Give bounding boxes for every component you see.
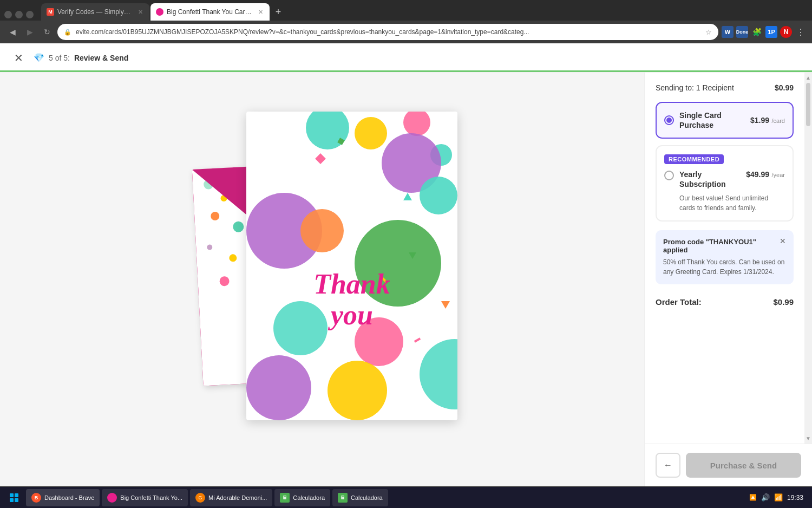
taskbar-evite-label: Big Confetti Thank Yo...	[120, 494, 182, 501]
option-yearly-name: Yearly Subscription	[679, 170, 726, 188]
taskbar-app-calc2[interactable]: 🖩 Calculadora	[332, 489, 388, 506]
taskbar-tray: 🔼 🔊 📶 19:33	[749, 493, 808, 502]
progress-fill	[0, 70, 812, 72]
tray-network: 🔼	[749, 494, 757, 501]
order-total-label: Order Total:	[656, 297, 702, 307]
ext-done[interactable]: Done	[736, 26, 748, 38]
right-panel: Sending to: 1 Recipient $0.99 Single Car…	[644, 73, 812, 486]
right-scrollbar[interactable]: ▲ ▼	[804, 73, 812, 444]
right-panel-scroll[interactable]: Sending to: 1 Recipient $0.99 Single Car…	[645, 73, 804, 444]
promo-description: 50% off Thank You cards. Can be used on …	[663, 257, 786, 277]
calc1-icon: 🖩	[280, 493, 290, 503]
card-text: Thank you	[281, 269, 422, 330]
sending-row: Sending to: 1 Recipient $0.99	[656, 83, 794, 92]
option-single-price: $1.99	[750, 116, 769, 125]
option-single-unit: /card	[772, 118, 785, 124]
address-bar[interactable]: 🔒 evite.com/cards/01B95UJZMNJBGMJISEPOZO…	[57, 24, 718, 40]
window-minimize[interactable]	[4, 11, 12, 18]
window-close[interactable]	[26, 11, 34, 18]
taskbar-calc2-label: Calculadora	[351, 494, 383, 501]
bottom-actions: ← Purchase & Send	[645, 444, 812, 486]
tab2-close[interactable]: ✕	[257, 8, 264, 16]
top-nav: ✕ 💎 5 of 5: Review & Send	[0, 43, 812, 73]
promo-title: Promo code "THANKYOU1" applied	[663, 238, 786, 254]
sending-price: $0.99	[775, 83, 794, 92]
page-content: ✕ 💎 5 of 5: Review & Send	[0, 43, 812, 486]
address-lock-icon: 🔒	[64, 29, 71, 36]
taskbar-time: 19:33	[787, 494, 803, 502]
taskbar-app-calc1[interactable]: 🖩 Calculadora	[274, 489, 330, 506]
ext-menu[interactable]: ⋮	[795, 26, 807, 38]
step-diamond-icon: 💎	[34, 53, 44, 63]
tab-evite[interactable]: Big Confetti Thank You Card | E ✕	[150, 3, 270, 21]
taskbar-calc1-label: Calculadora	[293, 494, 325, 501]
ext-word[interactable]: W	[722, 26, 734, 38]
step-indicator: 💎 5 of 5: Review & Send	[34, 53, 128, 63]
taskbar-app-evite[interactable]: Big Confetti Thank Yo...	[102, 489, 188, 506]
order-total-row: Order Total: $0.99	[656, 293, 794, 311]
option-yearly-price: $49.99	[746, 170, 769, 179]
address-bar-row: ◀ ▶ ↻ 🔒 evite.com/cards/01B95UJZMNJBGMJI…	[0, 21, 812, 43]
gmail-tab-title: Verify Codes — SimplyCodes	[57, 8, 133, 16]
close-btn[interactable]: ✕	[11, 50, 26, 66]
start-button[interactable]	[4, 490, 24, 506]
main-area: Thank you Sending to: 1 Recipient $0.99	[0, 73, 812, 486]
miadorable-icon: G	[195, 493, 205, 503]
card-visual-container: Thank you	[171, 112, 474, 447]
brave-icon: B	[31, 493, 41, 503]
option-single-name: Single Card Purchase	[679, 111, 722, 129]
option-yearly-unit: /year	[772, 172, 785, 178]
radio-yearly[interactable]	[664, 171, 674, 180]
recommended-badge: RECOMMENDED	[664, 154, 724, 164]
radio-single[interactable]	[664, 115, 674, 125]
scroll-thumb[interactable]	[806, 83, 810, 126]
order-total-price: $0.99	[773, 297, 794, 307]
browser-chrome: M Verify Codes — SimplyCodes ✕ Big Confe…	[0, 0, 812, 43]
card-preview: Thank you	[0, 73, 644, 486]
taskbar-miadorable-label: Mi Adorable Demoni...	[208, 494, 267, 501]
option-single-card[interactable]: Single Card Purchase $1.99 /card	[656, 102, 794, 139]
purchase-send-button[interactable]: Purchase & Send	[686, 453, 801, 478]
tab1-close[interactable]: ✕	[136, 8, 144, 16]
taskbar-dashboard-label: Dashboard - Brave	[44, 494, 94, 501]
tab-bar: M Verify Codes — SimplyCodes ✕ Big Confe…	[0, 0, 812, 21]
tray-wifi[interactable]: 📶	[774, 493, 783, 502]
evite-taskbar-icon	[107, 493, 117, 503]
step-name: Review & Send	[74, 54, 128, 62]
option-yearly[interactable]: RECOMMENDED Yearly Subscription $49.99 /…	[656, 145, 794, 222]
window-controls	[4, 11, 34, 21]
window-maximize[interactable]	[15, 11, 23, 18]
nav-back[interactable]: ◀	[5, 25, 19, 39]
new-tab-btn[interactable]: +	[271, 4, 286, 19]
scroll-down-arrow[interactable]: ▼	[806, 435, 811, 441]
step-number: 5 of 5:	[49, 54, 70, 62]
yearly-description: Our best value! Send unlimited cards to …	[664, 193, 785, 213]
gmail-favicon: M	[47, 8, 54, 16]
address-url: evite.com/cards/01B95UJZMNJBGMJISEPOZOJA…	[76, 28, 701, 36]
sending-label: Sending to: 1 Recipient	[656, 83, 734, 92]
ext-n[interactable]: N	[780, 26, 792, 38]
tab-gmail[interactable]: M Verify Codes — SimplyCodes ✕	[41, 3, 149, 21]
progress-bar	[0, 70, 812, 72]
calc2-icon: 🖩	[338, 493, 348, 503]
scroll-up-arrow[interactable]: ▲	[806, 75, 811, 81]
tray-volume[interactable]: 🔊	[761, 493, 770, 502]
browser-extensions: W Done 🧩 1P N ⋮	[722, 26, 807, 38]
star-icon[interactable]: ☆	[705, 28, 712, 36]
nav-forward[interactable]: ▶	[23, 25, 37, 39]
back-button[interactable]: ←	[656, 453, 680, 478]
promo-box: Promo code "THANKYOU1" applied 50% off T…	[656, 230, 794, 284]
ext-1password[interactable]: 1P	[765, 26, 777, 38]
nav-refresh[interactable]: ↻	[40, 25, 54, 39]
taskbar-app-dashboard[interactable]: B Dashboard - Brave	[26, 489, 100, 506]
taskbar-app-miadorable[interactable]: G Mi Adorable Demoni...	[190, 489, 272, 506]
ext-puzzle[interactable]: 🧩	[751, 26, 763, 38]
evite-tab-title: Big Confetti Thank You Card | E	[167, 8, 253, 16]
main-card: Thank you	[246, 112, 457, 420]
evite-favicon	[156, 8, 163, 16]
taskbar: B Dashboard - Brave Big Confetti Thank Y…	[0, 486, 812, 508]
promo-close-btn[interactable]: ✕	[777, 236, 788, 246]
